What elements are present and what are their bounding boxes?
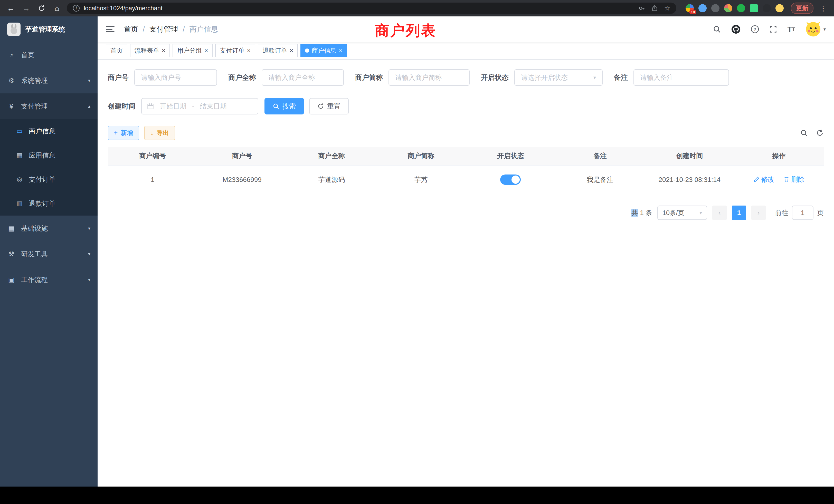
breadcrumb: 首页 支付管理 商户信息 [124,24,218,34]
sidebar-subitem-app-info[interactable]: ▦ 应用信息 [0,143,97,167]
chevron-down-icon: ▾ [88,78,90,84]
sidebar-item-workflow[interactable]: ▣ 工作流程 ▾ [0,267,97,293]
trash-icon [784,176,790,182]
add-button[interactable]: + 新增 [108,126,139,140]
bookmark-star-icon[interactable]: ☆ [664,4,670,12]
sidebar-toggle-icon[interactable] [106,26,114,32]
short-name-label: 商户简称 [355,73,383,82]
yen-icon: ¥ [7,102,16,110]
sidebar-item-label: 商户信息 [29,127,97,136]
status-switch[interactable] [500,175,521,185]
close-icon[interactable]: × [339,47,343,54]
fullscreen-icon[interactable] [769,25,777,33]
search-icon[interactable] [713,25,721,33]
col-merchant-no: 商户号 [197,147,287,165]
cell-full-name: 芋道源码 [287,165,376,194]
full-name-input[interactable] [262,69,344,86]
sidebar-item-label: 工作流程 [21,275,83,284]
next-page-button[interactable]: › [751,206,766,220]
export-button[interactable]: ↓ 导出 [144,126,175,140]
sidebar-item-payment[interactable]: ¥ 支付管理 ▴ [0,93,97,119]
reload-icon[interactable] [36,5,47,12]
extension-cluster: 10 [686,4,784,12]
remark-input[interactable] [634,69,729,86]
merchant-no-input[interactable] [134,69,217,86]
create-time-range-picker[interactable]: - [141,98,258,114]
cell-status [466,165,555,194]
page-size-select[interactable]: 10条/页 ▾ [657,206,707,220]
sidebar-item-label: 应用信息 [29,151,97,160]
github-icon[interactable] [731,25,741,34]
password-key-icon[interactable] [639,5,645,12]
breadcrumb-home[interactable]: 首页 [124,24,145,34]
home-icon[interactable]: ⌂ [51,4,63,13]
forward-icon[interactable]: → [21,4,32,13]
sidebar-item-infrastructure[interactable]: ▤ 基础设施 ▾ [0,215,97,241]
back-icon[interactable]: ← [5,4,17,13]
extension-icon[interactable] [711,4,720,12]
close-icon[interactable]: × [204,47,208,54]
share-icon[interactable] [652,5,658,12]
extension-icon[interactable] [750,4,758,12]
active-dot [305,48,309,53]
sidebar-item-system[interactable]: ⚙ 系统管理 ▾ [0,68,97,93]
font-size-icon[interactable]: TT [787,25,795,33]
extension-icon[interactable] [724,4,732,12]
app-logo[interactable]: 芋道管理系统 [0,17,97,42]
navbar-actions: ? TT ▾ [713,22,826,37]
goto-page-input[interactable] [792,206,813,220]
svg-text:?: ? [754,27,756,32]
close-icon[interactable]: × [290,47,293,54]
reset-button[interactable]: 重置 [309,98,349,114]
logo-image [7,23,21,36]
sidebar-subitem-merchant-info[interactable]: ▭ 商户信息 [0,119,97,143]
status-label: 开启状态 [481,73,509,82]
tab-merchant-info[interactable]: 商户信息 × [301,44,347,57]
extension-icon[interactable] [775,4,784,12]
user-avatar[interactable]: ▾ [806,22,826,37]
start-date-input[interactable] [157,102,189,110]
end-date-input[interactable] [197,102,229,110]
tab-home[interactable]: 首页 [106,44,127,57]
tab-refund-order[interactable]: 退款订单 × [258,44,298,57]
tab-pay-order[interactable]: 支付订单 × [215,44,255,57]
page-1-button[interactable]: 1 [732,206,746,220]
plus-icon: + [114,129,117,137]
sidebar-item-label: 退款订单 [29,199,97,208]
refresh-table-icon[interactable] [816,129,824,137]
search-button-label: 搜索 [282,102,296,111]
sidebar-item-label: 研发工具 [21,250,83,259]
extension-icon[interactable] [763,4,771,12]
toggle-search-icon[interactable] [800,129,808,137]
extension-icon[interactable] [737,4,745,12]
info-icon[interactable]: i [73,5,80,12]
tab-process-form[interactable]: 流程表单 × [130,44,170,57]
browser-update-button[interactable]: 更新 [791,3,813,14]
merchant-card-icon: ▭ [16,128,24,135]
page-content: 商户号 商户全称 商户简称 开启状态 请选择开启状态 [97,60,834,486]
extension-icon[interactable] [698,4,707,12]
export-button-label: 导出 [157,129,169,137]
edit-button[interactable]: 修改 [753,175,774,184]
status-select[interactable]: 请选择开启状态 ▾ [514,69,602,86]
browser-menu-icon[interactable]: ⋮ [817,4,829,13]
short-name-input[interactable] [389,69,470,86]
sidebar-item-home[interactable]: ◔ 首页 [0,42,97,68]
main-area: 首页 支付管理 商户信息 商户列表 ? [97,17,834,486]
delete-button[interactable]: 删除 [784,175,805,184]
url-bar[interactable]: i localhost:1024/pay/merchant ☆ [67,3,676,14]
extension-icon[interactable]: 10 [686,4,694,12]
prev-page-button[interactable]: ‹ [712,206,727,220]
breadcrumb-payment[interactable]: 支付管理 [150,24,185,34]
sidebar-subitem-pay-order[interactable]: ◎ 支付订单 [0,167,97,191]
help-icon[interactable]: ? [751,25,759,33]
close-icon[interactable]: × [162,47,166,54]
col-actions: 操作 [734,147,824,165]
close-icon[interactable]: × [247,47,250,54]
target-icon: ◎ [16,176,24,183]
sidebar-subitem-refund-order[interactable]: ▥ 退款订单 [0,191,97,215]
sidebar-item-devtools[interactable]: ⚒ 研发工具 ▾ [0,241,97,267]
filter-row-1: 商户号 商户全称 商户简称 开启状态 请选择开启状态 [108,69,824,86]
tab-user-group[interactable]: 用户分组 × [173,44,213,57]
search-button[interactable]: 搜索 [264,98,304,114]
